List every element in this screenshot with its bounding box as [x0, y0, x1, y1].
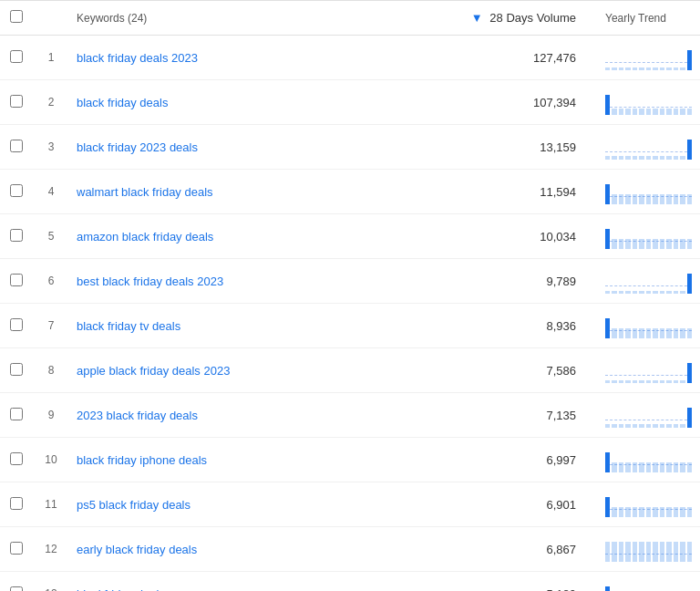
keywords-col-label: Keywords (24)	[77, 12, 147, 25]
keyword-link[interactable]: black friday tv deals	[77, 319, 180, 333]
row-checkbox-cell	[0, 527, 33, 572]
row-checkbox[interactable]	[10, 229, 23, 242]
row-volume: 7,135	[366, 393, 591, 438]
row-checkbox[interactable]	[10, 408, 23, 420]
row-volume: 6,901	[366, 482, 591, 527]
row-number: 6	[33, 259, 69, 304]
row-checkbox[interactable]	[10, 95, 23, 108]
table-row: 10black friday iphone deals6,997	[0, 438, 700, 482]
row-checkbox-cell	[0, 572, 33, 592]
keyword-link[interactable]: best black friday deals 2023	[77, 275, 223, 288]
keyword-link[interactable]: black friday 2023 deals	[77, 140, 198, 154]
row-trend	[591, 304, 700, 348]
table-row: 7black friday tv deals8,936	[0, 304, 700, 348]
row-trend	[591, 572, 700, 592]
keyword-link[interactable]: ps5 black friday deals	[77, 498, 190, 512]
select-all-checkbox[interactable]	[10, 10, 23, 23]
sort-down-icon: ▼	[471, 11, 483, 25]
header-volume-col[interactable]: ▼ 28 Days Volume	[366, 1, 591, 36]
row-keyword[interactable]: best black friday deals 2023	[69, 259, 366, 304]
row-trend	[591, 527, 700, 572]
row-number: 11	[33, 482, 69, 527]
row-checkbox-cell	[0, 482, 33, 527]
volume-col-label: 28 Days Volume	[489, 11, 576, 25]
keyword-link[interactable]: apple black friday deals 2023	[77, 364, 230, 378]
row-keyword[interactable]: amazon black friday deals	[69, 214, 366, 259]
row-volume: 127,476	[366, 36, 591, 80]
keyword-link[interactable]: black friday deals 2023	[77, 51, 198, 65]
row-trend	[591, 125, 700, 170]
header-num-col	[33, 1, 69, 36]
row-keyword[interactable]: black friday 2023 deals	[69, 125, 366, 170]
row-keyword[interactable]: blackfriday deals	[69, 572, 366, 592]
table-row: 4walmart black friday deals11,594	[0, 170, 700, 214]
row-checkbox[interactable]	[10, 274, 23, 286]
row-keyword[interactable]: 2023 black friday deals	[69, 393, 366, 438]
row-number: 8	[33, 348, 69, 393]
keyword-link[interactable]: black friday iphone deals	[77, 453, 207, 467]
row-checkbox-cell	[0, 438, 33, 482]
row-checkbox-cell	[0, 80, 33, 125]
row-keyword[interactable]: black friday iphone deals	[69, 438, 366, 482]
row-volume: 9,789	[366, 259, 591, 304]
row-volume: 5,189	[366, 572, 591, 592]
keyword-link[interactable]: blackfriday deals	[77, 587, 165, 592]
row-checkbox[interactable]	[10, 363, 23, 376]
table-row: 2black friday deals107,394	[0, 80, 700, 125]
row-volume: 6,867	[366, 527, 591, 572]
table-header-row: Keywords (24) ▼ 28 Days Volume Yearly Tr…	[0, 1, 700, 36]
row-checkbox[interactable]	[10, 542, 23, 555]
row-checkbox[interactable]	[10, 140, 23, 152]
row-keyword[interactable]: black friday deals	[69, 80, 366, 125]
table-row: 8apple black friday deals 20237,586	[0, 348, 700, 393]
row-number: 4	[33, 170, 69, 214]
row-checkbox[interactable]	[10, 318, 23, 331]
row-keyword[interactable]: black friday tv deals	[69, 304, 366, 348]
row-trend	[591, 214, 700, 259]
table-row: 12early black friday deals6,867	[0, 527, 700, 572]
row-keyword[interactable]: walmart black friday deals	[69, 170, 366, 214]
row-trend	[591, 438, 700, 482]
row-number: 7	[33, 304, 69, 348]
header-trend-col: Yearly Trend	[591, 1, 700, 36]
row-checkbox-cell	[0, 348, 33, 393]
row-number: 3	[33, 125, 69, 170]
row-trend	[591, 80, 700, 125]
row-keyword[interactable]: ps5 black friday deals	[69, 482, 366, 527]
row-keyword[interactable]: early black friday deals	[69, 527, 366, 572]
row-number: 13	[33, 572, 69, 592]
row-trend	[591, 482, 700, 527]
row-checkbox[interactable]	[10, 184, 23, 197]
row-keyword[interactable]: apple black friday deals 2023	[69, 348, 366, 393]
row-checkbox-cell	[0, 125, 33, 170]
row-checkbox[interactable]	[10, 452, 23, 465]
table-row: 5amazon black friday deals10,034	[0, 214, 700, 259]
row-keyword[interactable]: black friday deals 2023	[69, 36, 366, 80]
row-checkbox-cell	[0, 393, 33, 438]
row-trend	[591, 170, 700, 214]
row-volume: 13,159	[366, 125, 591, 170]
row-trend	[591, 348, 700, 393]
keywords-table-container: Keywords (24) ▼ 28 Days Volume Yearly Tr…	[0, 0, 700, 591]
keyword-link[interactable]: amazon black friday deals	[77, 230, 213, 244]
row-number: 9	[33, 393, 69, 438]
keyword-link[interactable]: black friday deals	[77, 96, 168, 109]
row-checkbox-cell	[0, 36, 33, 80]
row-checkbox-cell	[0, 259, 33, 304]
row-checkbox[interactable]	[10, 497, 23, 510]
keyword-link[interactable]: early black friday deals	[77, 543, 197, 556]
row-checkbox[interactable]	[10, 50, 23, 63]
table-row: 13blackfriday deals5,189	[0, 572, 700, 592]
row-checkbox[interactable]	[10, 586, 23, 592]
table-row: 1black friday deals 2023127,476	[0, 36, 700, 80]
table-row: 6best black friday deals 20239,789	[0, 259, 700, 304]
row-checkbox-cell	[0, 170, 33, 214]
row-number: 10	[33, 438, 69, 482]
header-checkbox-col	[0, 1, 33, 36]
row-number: 1	[33, 36, 69, 80]
keyword-link[interactable]: 2023 black friday deals	[77, 409, 198, 422]
keyword-link[interactable]: walmart black friday deals	[77, 185, 213, 199]
row-trend	[591, 259, 700, 304]
row-trend	[591, 36, 700, 80]
row-volume: 11,594	[366, 170, 591, 214]
